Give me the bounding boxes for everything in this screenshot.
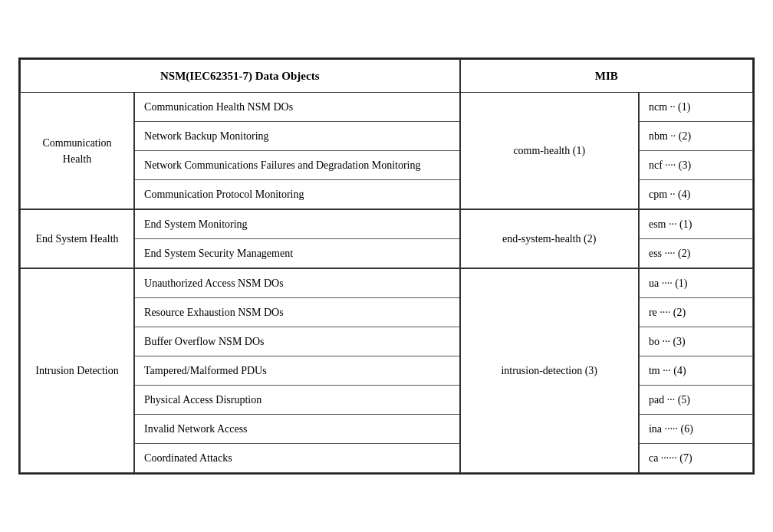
category-cell: Communication Health (21, 93, 135, 210)
table-row: End System HealthEnd System Monitoringen… (21, 209, 753, 239)
mib-cell: end-system-health (2) (460, 209, 639, 268)
abbr-cell: nbm ·· (2) (639, 122, 753, 151)
table-row: Communication HealthCommunication Health… (21, 93, 753, 122)
nsm-item-cell: Tampered/Malformed PDUs (134, 356, 459, 386)
nsm-item-cell: Coordinated Attacks (134, 444, 459, 473)
abbr-cell: ncm ·· (1) (639, 93, 753, 122)
abbr-cell: esm ··· (1) (639, 209, 753, 239)
category-cell: Intrusion Detection (21, 268, 135, 473)
table-row: Intrusion DetectionUnauthorized Access N… (21, 268, 753, 298)
nsm-item-cell: Network Backup Monitoring (134, 122, 459, 151)
nsm-item-cell: Physical Access Disruption (134, 386, 459, 415)
header-mib-label: MIB (460, 59, 753, 93)
mib-cell: intrusion-detection (3) (460, 268, 639, 473)
abbr-cell: ca ······ (7) (639, 444, 753, 473)
nsm-item-cell: End System Monitoring (134, 209, 459, 239)
nsm-item-cell: Communication Protocol Monitoring (134, 180, 459, 210)
table-body: Communication HealthCommunication Health… (21, 93, 753, 473)
abbr-cell: pad ··· (5) (639, 386, 753, 415)
category-cell: End System Health (21, 209, 135, 268)
mib-cell: comm-health (1) (460, 93, 639, 210)
header-row: NSM(IEC62351-7) Data Objects MIB (21, 59, 753, 93)
nsm-item-cell: Network Communications Failures and Degr… (134, 151, 459, 180)
abbr-cell: re ···· (2) (639, 298, 753, 327)
abbr-cell: ncf ···· (3) (639, 151, 753, 180)
nsm-table: NSM(IEC62351-7) Data Objects MIB Communi… (20, 59, 753, 474)
header-nsm-label: NSM(IEC62351-7) Data Objects (21, 59, 460, 93)
abbr-cell: bo ··· (3) (639, 327, 753, 356)
nsm-item-cell: Buffer Overflow NSM DOs (134, 327, 459, 356)
abbr-cell: ua ···· (1) (639, 268, 753, 298)
nsm-item-cell: End System Security Management (134, 239, 459, 269)
abbr-cell: ina ····· (6) (639, 415, 753, 444)
nsm-item-cell: Unauthorized Access NSM DOs (134, 268, 459, 298)
nsm-item-cell: Resource Exhaustion NSM DOs (134, 298, 459, 327)
abbr-cell: tm ··· (4) (639, 356, 753, 386)
main-table-wrapper: NSM(IEC62351-7) Data Objects MIB Communi… (18, 57, 755, 475)
abbr-cell: ess ···· (2) (639, 239, 753, 269)
abbr-cell: cpm ·· (4) (639, 180, 753, 210)
nsm-item-cell: Communication Health NSM DOs (134, 93, 459, 122)
nsm-item-cell: Invalid Network Access (134, 415, 459, 444)
